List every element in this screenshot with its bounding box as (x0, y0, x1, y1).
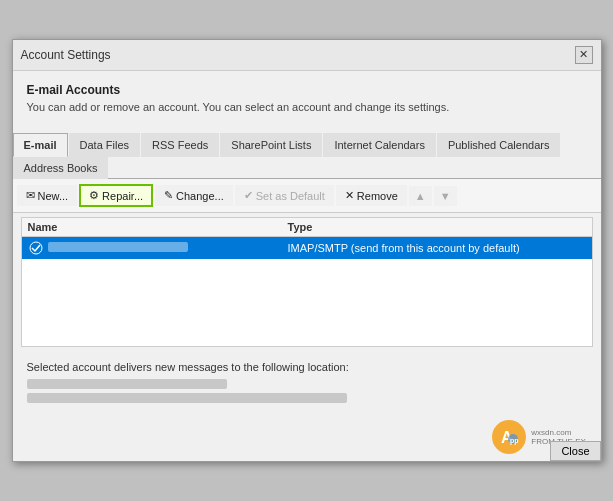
account-name (48, 242, 288, 254)
remove-button[interactable]: ✕ Remove (336, 185, 407, 206)
new-button[interactable]: ✉ New... (17, 185, 78, 206)
change-icon: ✎ (164, 189, 173, 202)
col-header-name: Name (28, 221, 288, 233)
tab-rss-feeds[interactable]: RSS Feeds (141, 133, 219, 157)
svg-point-0 (30, 242, 42, 254)
new-icon: ✉ (26, 189, 35, 202)
window-title: Account Settings (21, 48, 111, 62)
move-down-button[interactable]: ▼ (434, 186, 457, 206)
account-type: IMAP/SMTP (send from this account by def… (288, 242, 586, 254)
table-container: Name Type IMAP/SMTP (send from this acco… (13, 213, 601, 351)
svg-text:pp: pp (510, 437, 519, 445)
set-default-button[interactable]: ✔ Set as Default (235, 185, 334, 206)
toolbar: ✉ New... ⚙ Repair... ✎ Change... ✔ Set a… (13, 179, 601, 213)
bottom-section: Selected account delivers new messages t… (13, 351, 601, 415)
close-bottom-button[interactable]: Close (550, 441, 600, 461)
tab-data-files[interactable]: Data Files (69, 133, 141, 157)
repair-icon: ⚙ (89, 189, 99, 202)
check-icon: ✔ (244, 189, 253, 202)
watermark-site: wxsdn.com (531, 428, 592, 438)
tab-email[interactable]: E-mail (13, 133, 68, 157)
account-name-blurred (48, 242, 188, 252)
location-line-1 (27, 379, 227, 389)
window-close-button[interactable]: ✕ (575, 46, 593, 64)
table-row[interactable]: IMAP/SMTP (send from this account by def… (22, 237, 592, 259)
table-header: Name Type (22, 218, 592, 237)
repair-button[interactable]: ⚙ Repair... (79, 184, 153, 207)
location-line-2 (27, 393, 347, 403)
accounts-table: Name Type IMAP/SMTP (send from this acco… (21, 217, 593, 347)
change-button[interactable]: ✎ Change... (155, 185, 233, 206)
tab-published-calendars[interactable]: Published Calendars (437, 133, 561, 157)
appuals-icon: A pp (491, 419, 527, 455)
col-header-type: Type (288, 221, 586, 233)
section-title: E-mail Accounts (27, 83, 587, 97)
header-section: E-mail Accounts You can add or remove an… (13, 71, 601, 133)
tabs-container: E-mail Data Files RSS Feeds SharePoint L… (13, 133, 601, 179)
account-check-icon (28, 240, 44, 256)
tab-internet-calendars[interactable]: Internet Calendars (323, 133, 436, 157)
account-settings-window: Account Settings ✕ E-mail Accounts You c… (12, 39, 602, 462)
tab-sharepoint[interactable]: SharePoint Lists (220, 133, 322, 157)
tab-address-books[interactable]: Address Books (13, 156, 109, 179)
delivers-label: Selected account delivers new messages t… (27, 361, 587, 373)
move-up-button[interactable]: ▲ (409, 186, 432, 206)
title-bar: Account Settings ✕ (13, 40, 601, 71)
watermark-area: A pp wxsdn.com FROM THE EX... Close (13, 415, 601, 461)
remove-icon: ✕ (345, 189, 354, 202)
section-description: You can add or remove an account. You ca… (27, 100, 587, 115)
